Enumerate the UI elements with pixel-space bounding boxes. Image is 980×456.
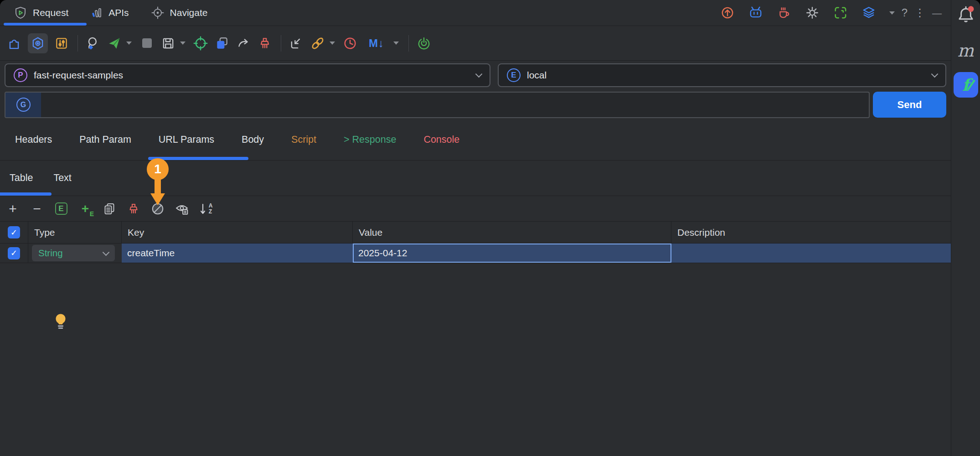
- right-tool-rail: m f: [951, 0, 980, 456]
- bar-chart-icon: [90, 6, 103, 19]
- tab-request[interactable]: Request: [14, 6, 68, 20]
- tab-navigate-label: Navigate: [170, 7, 208, 18]
- tab-body[interactable]: Body: [242, 134, 264, 145]
- fast-request-logo[interactable]: f: [954, 72, 978, 98]
- hexagon-settings-selected[interactable]: [28, 33, 48, 53]
- clear-all-icon[interactable]: [126, 202, 141, 216]
- row-checkbox[interactable]: ✓: [8, 247, 20, 259]
- tab-headers[interactable]: Headers: [15, 134, 52, 145]
- annotation-step-badge: 1: [147, 158, 169, 180]
- environment-select[interactable]: E local: [498, 63, 946, 87]
- table-empty-area: [0, 263, 951, 456]
- type-select-value: String: [38, 248, 63, 259]
- url-input[interactable]: G: [5, 92, 870, 118]
- request-toolbar: M↓: [0, 26, 951, 61]
- gear-icon[interactable]: [805, 5, 820, 21]
- extract-env-icon[interactable]: E: [54, 202, 68, 216]
- main-column: Request APIs: [0, 0, 951, 456]
- row-checkbox-cell[interactable]: ✓: [0, 244, 28, 263]
- send-button[interactable]: Send: [873, 92, 946, 118]
- coffee-icon[interactable]: [776, 5, 792, 21]
- row-value-cell[interactable]: 2025-04-12: [353, 244, 671, 263]
- tab-request-label: Request: [33, 7, 68, 18]
- remove-row-icon[interactable]: −: [30, 202, 44, 216]
- save-icon[interactable]: [160, 36, 176, 51]
- type-select[interactable]: String: [32, 245, 115, 261]
- fast-request-window: Request APIs: [0, 0, 980, 456]
- markdown-download-icon[interactable]: M↓: [364, 36, 389, 51]
- row-description-cell[interactable]: [671, 244, 951, 263]
- table-row[interactable]: ✓ String createTime 2025-04-12: [0, 244, 951, 263]
- link-icon[interactable]: [310, 36, 325, 51]
- add-row-icon[interactable]: +: [5, 202, 20, 216]
- layers-dropdown-caret[interactable]: [889, 11, 895, 15]
- tab-apis-label: APIs: [108, 7, 129, 18]
- power-icon[interactable]: [416, 36, 432, 51]
- link-dropdown-caret[interactable]: [330, 41, 335, 45]
- project-select[interactable]: P fast-request-samples: [5, 63, 490, 87]
- tab-script[interactable]: Script: [291, 134, 316, 145]
- stop-icon[interactable]: [139, 36, 155, 51]
- search-icon[interactable]: [85, 36, 101, 51]
- lightbulb-icon[interactable]: [52, 312, 69, 331]
- sliders-icon[interactable]: [54, 36, 69, 51]
- active-tab-underline: [4, 23, 87, 26]
- params-toolbar: + − E +E: [0, 196, 951, 222]
- tab-url-params[interactable]: URL Params: [159, 134, 214, 145]
- preview-icon[interactable]: [175, 202, 189, 216]
- puzzle-icon[interactable]: [6, 36, 22, 51]
- top-tab-bar: Request APIs: [0, 0, 951, 26]
- kebab-menu-icon[interactable]: ⋮: [914, 7, 925, 18]
- clock-icon[interactable]: [342, 36, 358, 51]
- save-dropdown-caret[interactable]: [180, 41, 186, 45]
- send-dropdown-caret[interactable]: [126, 41, 132, 45]
- add-env-icon[interactable]: +E: [78, 202, 93, 216]
- select-all-cell[interactable]: ✓: [0, 222, 28, 243]
- notifications-bell-icon[interactable]: [956, 5, 975, 25]
- environment-badge-icon: E: [507, 68, 521, 82]
- column-header-key[interactable]: Key: [122, 222, 353, 243]
- minimize-icon[interactable]: —: [932, 8, 942, 18]
- fast-request-logo-glyph: f: [962, 75, 970, 94]
- copy-icon[interactable]: [214, 36, 230, 51]
- selectors-row: P fast-request-samples E local: [0, 61, 951, 90]
- tab-text[interactable]: Text: [53, 172, 71, 184]
- hexagon-settings-icon: [30, 36, 46, 51]
- view-tabs: Table Text: [0, 161, 951, 196]
- tab-table[interactable]: Table: [10, 172, 33, 184]
- select-all-checkbox[interactable]: ✓: [8, 226, 20, 238]
- method-badge[interactable]: G: [5, 93, 41, 117]
- help-icon[interactable]: ?: [902, 7, 908, 18]
- row-key-cell[interactable]: createTime: [122, 244, 353, 263]
- target-icon[interactable]: [193, 36, 208, 51]
- request-tabs: Headers Path Param URL Params Body Scrip…: [0, 119, 951, 161]
- sort-icon[interactable]: AZ: [199, 202, 213, 216]
- shield-play-icon: [14, 6, 27, 20]
- import-icon[interactable]: [289, 36, 304, 51]
- tab-console[interactable]: Console: [423, 134, 459, 145]
- topbar-actions: ? ⋮ —: [720, 5, 942, 21]
- upgrade-arrow-icon[interactable]: [720, 5, 735, 21]
- tab-path-param[interactable]: Path Param: [79, 134, 131, 145]
- stop-square: [142, 38, 152, 48]
- undo-icon[interactable]: [236, 36, 251, 51]
- layers-icon[interactable]: [861, 5, 877, 21]
- tab-navigate[interactable]: Navigate: [151, 6, 208, 20]
- tab-response[interactable]: > Response: [344, 134, 396, 145]
- environment-select-value: local: [527, 70, 547, 81]
- get-method-icon: G: [16, 98, 31, 112]
- markdown-dropdown-caret[interactable]: [393, 41, 399, 45]
- tv-icon[interactable]: [748, 5, 763, 21]
- copy-rows-icon[interactable]: [102, 202, 117, 216]
- column-header-value[interactable]: Value: [353, 222, 671, 243]
- column-header-type[interactable]: Type: [28, 222, 122, 243]
- project-badge-icon: P: [14, 68, 27, 82]
- markdown-tool-button[interactable]: m: [957, 42, 974, 59]
- column-header-description[interactable]: Description: [671, 222, 951, 243]
- capture-icon[interactable]: [833, 5, 848, 21]
- project-select-value: fast-request-samples: [34, 70, 123, 81]
- tab-apis[interactable]: APIs: [90, 6, 129, 19]
- send-arrow-icon[interactable]: [107, 36, 122, 51]
- broom-icon[interactable]: [257, 36, 273, 51]
- toolbar-separator: [408, 35, 409, 52]
